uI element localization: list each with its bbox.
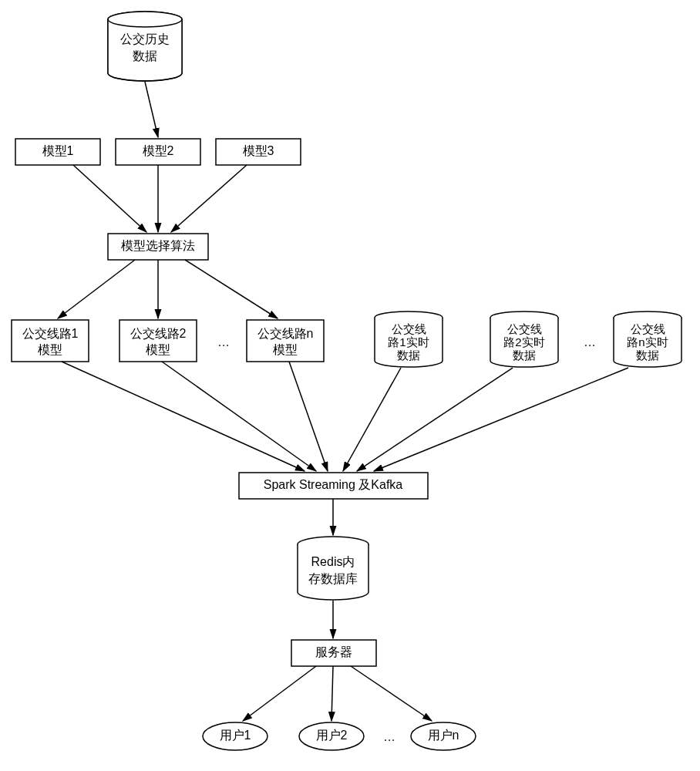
node-select: 模型选择算法 xyxy=(108,234,208,260)
node-line2: 公交线路2模型 xyxy=(119,320,197,362)
label-usern: 用户n xyxy=(428,729,459,742)
node-user2: 用户2 xyxy=(299,722,364,750)
label-line2-l2: 模型 xyxy=(146,343,170,356)
node-line1: 公交线路1模型 xyxy=(12,320,89,362)
label-linen-l1: 公交线路n xyxy=(257,327,314,340)
dots-users: … xyxy=(383,730,395,743)
node-rt1: 公交线路1实时数据 xyxy=(375,311,443,367)
dots-linemodels: … xyxy=(217,335,230,348)
svg-line-56 xyxy=(243,666,316,721)
svg-line-50 xyxy=(289,362,328,471)
node-server: 服务器 xyxy=(291,640,376,666)
label-line1-l2: 模型 xyxy=(38,343,62,356)
label-spark: Spark Streaming 及Kafka xyxy=(264,478,403,491)
label-rt2-l2: 路2实时 xyxy=(503,335,544,348)
label-model2: 模型2 xyxy=(143,144,174,157)
label-rt2-l1: 公交线 xyxy=(507,322,542,335)
svg-line-42 xyxy=(73,165,146,232)
svg-line-47 xyxy=(185,260,278,318)
label-rt1-l1: 公交线 xyxy=(392,322,426,335)
node-redis: Redis内存数据库 xyxy=(298,537,369,600)
label-line2-l1: 公交线路2 xyxy=(130,327,187,340)
label-select: 模型选择算法 xyxy=(121,239,195,252)
node-model3: 模型3 xyxy=(216,139,301,165)
svg-line-49 xyxy=(162,362,316,471)
label-rt1-l3: 数据 xyxy=(397,348,420,362)
node-rt2: 公交线路2实时数据 xyxy=(490,311,558,367)
node-model1: 模型1 xyxy=(15,139,100,165)
label-redis-l2: 存数据库 xyxy=(308,572,358,585)
label-redis-l1: Redis内 xyxy=(311,555,355,568)
svg-line-57 xyxy=(331,666,333,721)
label-history-l2: 数据 xyxy=(133,49,157,62)
svg-line-53 xyxy=(374,368,628,471)
node-history: 公交历史数据 xyxy=(108,12,182,81)
label-model3: 模型3 xyxy=(243,144,274,157)
label-linen-l2: 模型 xyxy=(273,343,298,356)
label-rt1-l2: 路1实时 xyxy=(388,335,429,348)
node-spark: Spark Streaming 及Kafka xyxy=(239,473,428,499)
label-history-l1: 公交历史 xyxy=(120,32,170,45)
svg-point-4 xyxy=(108,12,182,27)
label-rt2-l3: 数据 xyxy=(513,348,536,362)
label-user2: 用户2 xyxy=(316,729,348,742)
label-rtn-l3: 数据 xyxy=(636,348,659,362)
label-server: 服务器 xyxy=(315,645,352,658)
node-linen: 公交线路n模型 xyxy=(247,320,324,362)
diagram-canvas: 公交历史数据 模型1 模型2 模型3 模型选择算法 公交线路1模型 公交线路2模… xyxy=(0,0,700,771)
label-model1: 模型1 xyxy=(42,144,74,157)
svg-line-51 xyxy=(343,368,401,471)
label-line1-l1: 公交线路1 xyxy=(22,327,79,340)
node-model2: 模型2 xyxy=(116,139,200,165)
svg-line-44 xyxy=(171,165,247,232)
label-rtn-l1: 公交线 xyxy=(631,322,665,335)
svg-line-41 xyxy=(145,82,158,137)
svg-line-45 xyxy=(58,260,135,318)
node-usern: 用户n xyxy=(411,722,476,750)
dots-realtime: … xyxy=(584,335,596,348)
svg-line-52 xyxy=(357,368,513,471)
svg-line-58 xyxy=(351,666,432,721)
node-user1: 用户1 xyxy=(203,722,268,750)
label-user1: 用户1 xyxy=(220,729,251,742)
label-rtn-l2: 路n实时 xyxy=(627,335,668,348)
node-rtn: 公交线路n实时数据 xyxy=(614,311,681,367)
svg-line-48 xyxy=(62,362,305,471)
arrows xyxy=(58,82,628,721)
